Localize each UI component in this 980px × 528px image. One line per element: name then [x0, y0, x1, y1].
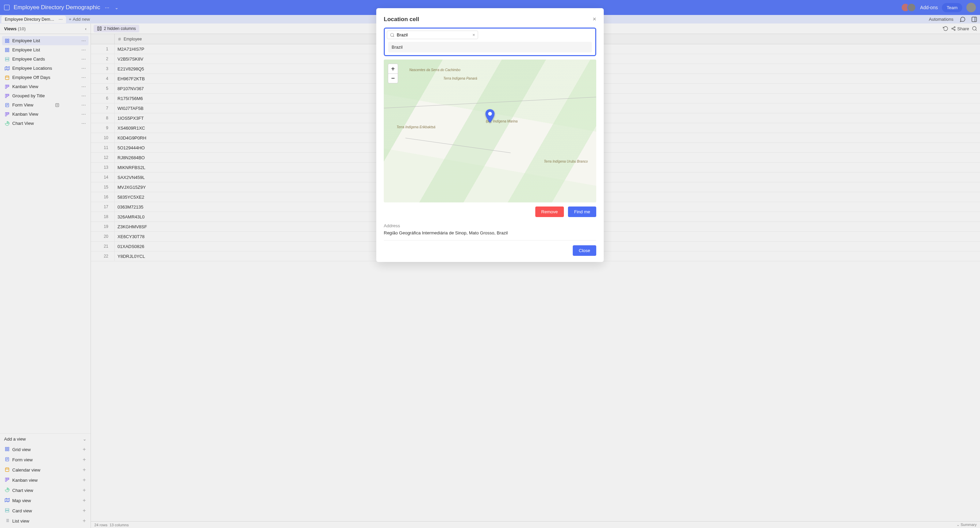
map-label: Terra Indígena Panará [443, 76, 477, 80]
location-search-input[interactable] [397, 32, 470, 37]
map-label: Terra Indígena Erikbaktsá [396, 125, 435, 129]
map-label: Terra Indígena Urubu Branco [544, 160, 588, 163]
svg-line-80 [393, 36, 394, 37]
modal-title: Location cell [384, 16, 419, 23]
location-cell-modal: Location cell × × Brazil Nascentes da Se… [376, 8, 604, 262]
zoom-in-button[interactable]: + [388, 64, 398, 73]
map-label: Nascentes da Serra do Cachimbo [409, 68, 460, 72]
close-button[interactable]: Close [573, 245, 596, 256]
search-icon [390, 33, 395, 37]
svg-point-81 [488, 112, 492, 116]
svg-point-79 [391, 33, 394, 36]
zoom-control: + − [388, 63, 398, 83]
search-result-item[interactable]: Brazil [388, 42, 592, 52]
remove-button[interactable]: Remove [535, 206, 564, 217]
modal-overlay[interactable]: Location cell × × Brazil Nascentes da Se… [0, 0, 980, 528]
close-icon[interactable]: × [592, 16, 596, 23]
location-search-wrap: × Brazil [384, 27, 596, 56]
search-input-row: × [387, 31, 478, 39]
map[interactable]: Nascentes da Serra do Cachimbo Terra Ind… [384, 60, 596, 203]
find-me-button[interactable]: Find me [568, 206, 596, 217]
map-tiles [384, 60, 596, 203]
map-marker[interactable] [485, 109, 495, 124]
clear-icon[interactable]: × [472, 32, 475, 37]
address-label: Address [384, 223, 596, 228]
zoom-out-button[interactable]: − [388, 73, 398, 83]
address-value: Região Geográfica Intermediária de Sinop… [384, 230, 596, 241]
